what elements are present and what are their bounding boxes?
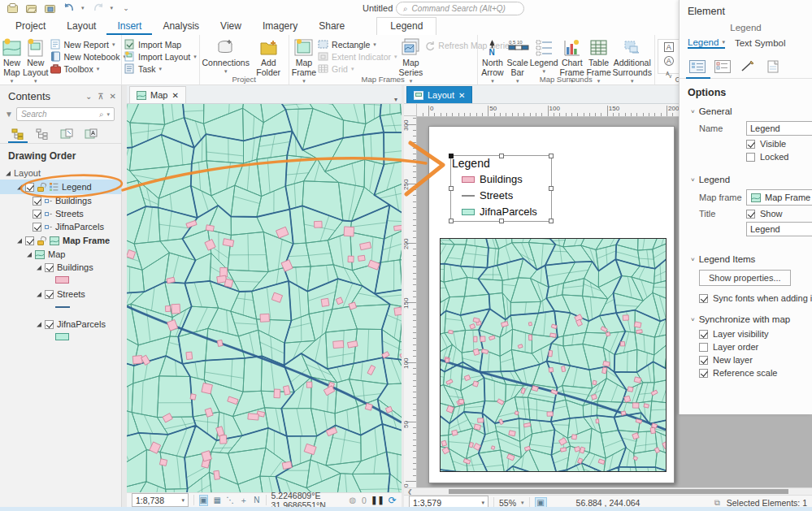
layout-map-frame[interactable] — [440, 238, 667, 472]
contents-tab-list-by[interactable] — [34, 127, 50, 141]
unlocked-icon[interactable] — [37, 183, 46, 192]
contents-menu-icon[interactable]: ⌄ — [85, 92, 92, 101]
selection-handle[interactable] — [549, 154, 554, 158]
refresh-view-icon[interactable]: ⟳ — [389, 495, 397, 506]
command-search-box[interactable]: ⌕ Command Search (Alt+Q) — [396, 2, 524, 15]
undo-dropdown-icon[interactable]: ▾ — [81, 5, 85, 11]
crosshair-icon[interactable]: ＋ — [239, 495, 247, 506]
map-canvas[interactable] — [127, 104, 402, 492]
open-project-icon[interactable] — [25, 2, 37, 14]
section-legend[interactable]: ˅ Legend — [680, 170, 812, 188]
element-tab-legend[interactable]: Legend▾ — [688, 37, 725, 49]
save-project-icon[interactable] — [7, 2, 18, 14]
layout-view-tab[interactable]: Layout ✕ — [406, 86, 472, 103]
legend-options-subtab-icon[interactable] — [688, 58, 707, 74]
layer-order-checkbox[interactable]: Layer order — [699, 342, 758, 352]
locked-checkbox[interactable]: Locked — [746, 152, 788, 162]
connections-button[interactable]: Connections▾ — [202, 37, 250, 74]
expander-icon[interactable] — [5, 171, 11, 176]
expander-icon[interactable] — [26, 252, 32, 258]
import-map-button[interactable]: Import Map — [124, 39, 197, 50]
tree-item-layer-jifnaparcels[interactable]: JifnaParcels — [0, 318, 121, 331]
customize-toolbar-icon[interactable]: ⌄ — [120, 2, 132, 14]
sync-fonts-checkbox[interactable]: Sync fonts when adding items — [699, 293, 812, 303]
layer-symbol-buildings[interactable] — [0, 274, 121, 286]
contents-tab-drawing-order[interactable] — [10, 127, 26, 141]
close-tab-icon[interactable]: ✕ — [458, 91, 465, 100]
table-frame-button[interactable]: Table Frame▾ — [586, 37, 610, 74]
map-view-tab[interactable]: Map ✕ — [129, 86, 186, 103]
toolbox-button[interactable]: Toolbox▾ — [50, 63, 126, 74]
tree-item-map-frame[interactable]: Map Frame — [0, 233, 121, 248]
snapping-icon[interactable]: ⋱ — [226, 495, 234, 506]
tab-project[interactable]: Project — [5, 18, 56, 35]
pin-icon[interactable]: ⊼ — [98, 92, 103, 101]
expander-icon[interactable] — [36, 265, 41, 271]
scrollbar-thumb[interactable] — [449, 489, 788, 494]
map-series-button[interactable]: Map Series▾ — [399, 37, 423, 74]
project-options-icon[interactable] — [44, 2, 55, 14]
buildings-swatch[interactable] — [55, 276, 69, 284]
scale-bar-button[interactable]: 0 5 10 Scale Bar▾ — [506, 37, 528, 74]
rectangle-button[interactable]: Rectangle▾ — [318, 39, 397, 50]
horizontal-scrollbar[interactable]: ❮ — [404, 487, 812, 495]
placement-subtab-icon[interactable] — [763, 58, 783, 74]
tab-share[interactable]: Share — [308, 18, 355, 35]
show-properties-button[interactable]: Show properties... — [699, 270, 791, 286]
tab-imagery[interactable]: Imagery — [252, 18, 308, 35]
reference-scale-checkbox[interactable]: Reference scale — [699, 368, 778, 378]
tree-item-layout[interactable]: Layout — [0, 167, 121, 180]
text-box-a-icon[interactable]: A — [658, 40, 680, 54]
select-elements-icon[interactable]: ▣ — [199, 495, 208, 506]
visible-checkbox[interactable]: Visible — [746, 139, 786, 149]
jifnaparcels-swatch[interactable] — [55, 333, 69, 340]
legend-element-selected[interactable]: Legend Buildings Streets JifnaParcels — [450, 155, 552, 222]
tree-item-legend-streets[interactable]: Streets — [0, 207, 121, 220]
unlocked-icon[interactable] — [37, 236, 46, 245]
undo-icon[interactable] — [63, 2, 74, 14]
selection-handle[interactable] — [549, 186, 554, 191]
new-map-button[interactable]: New Map▾ — [2, 37, 21, 74]
grid-toggle-icon[interactable]: ▦ — [213, 495, 221, 506]
name-input[interactable] — [746, 121, 812, 136]
legend-arrangement-subtab-icon[interactable] — [713, 58, 732, 74]
layer-symbol-jifnaparcels[interactable] — [0, 331, 121, 343]
tree-item-legend-jifnaparcels[interactable]: JifnaParcels — [0, 220, 121, 233]
layer-symbol-streets[interactable] — [0, 301, 121, 313]
selection-handle[interactable] — [449, 186, 454, 191]
contents-tab-snapping[interactable] — [59, 127, 75, 141]
tab-view[interactable]: View — [210, 18, 252, 35]
element-tab-text-symbol[interactable]: Text Symbol — [735, 38, 786, 48]
additional-surrounds-button[interactable]: Additional Surrounds▾ — [613, 37, 652, 74]
tree-item-layer-streets[interactable]: Streets — [0, 288, 121, 301]
close-tab-icon[interactable]: ✕ — [172, 91, 178, 100]
map-frame-dropdown[interactable]: Map Frame — [746, 189, 812, 206]
redo-dropdown-icon[interactable]: ▾ — [111, 5, 114, 11]
tree-item-map[interactable]: Map — [0, 248, 121, 261]
task-button[interactable]: Task▾ — [124, 63, 197, 74]
section-legend-items[interactable]: ˅ Legend Items — [680, 249, 812, 267]
import-layout-button[interactable]: Import Layout▾ — [124, 51, 197, 62]
selection-handle[interactable] — [499, 154, 504, 158]
display-subtab-icon[interactable] — [738, 58, 758, 74]
add-folder-button[interactable]: Add Folder — [251, 37, 286, 74]
map-frame-visibility-checkbox[interactable] — [25, 236, 34, 245]
contents-search-input[interactable]: Search ⌕ ▾ — [16, 107, 115, 121]
layer-visibility-checkbox[interactable] — [45, 320, 54, 329]
tree-item-layer-buildings[interactable]: Buildings — [0, 261, 121, 274]
legend-visibility-checkbox[interactable] — [25, 183, 34, 192]
layer-visibility-checkbox[interactable] — [45, 263, 54, 272]
tab-legend-contextual[interactable]: Legend — [376, 17, 436, 35]
globe-icon[interactable]: ◍ — [349, 495, 357, 506]
streets-swatch[interactable] — [55, 306, 70, 308]
chart-frame-button[interactable]: Chart Frame▾ — [559, 37, 584, 74]
pause-drawing-icon[interactable]: ❚❚ — [371, 495, 384, 506]
tab-insert[interactable]: Insert — [106, 18, 152, 35]
selection-handle[interactable] — [449, 219, 454, 223]
close-icon[interactable]: ✕ — [110, 92, 116, 101]
filter-icon[interactable]: ▼ — [5, 110, 13, 119]
expander-icon[interactable] — [16, 238, 22, 244]
visibility-checkbox[interactable] — [33, 223, 41, 232]
tab-layout[interactable]: Layout — [56, 18, 106, 35]
contents-tab-labeling[interactable] — [83, 127, 99, 141]
